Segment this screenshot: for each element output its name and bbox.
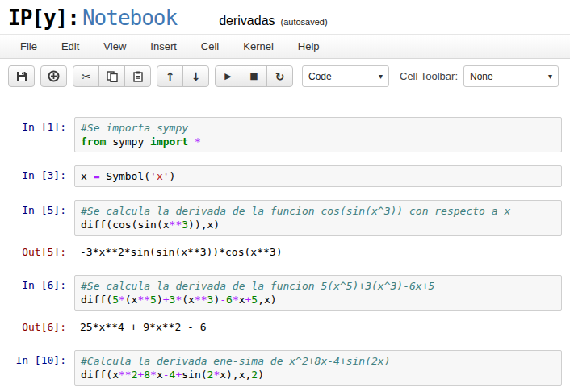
code-cell-input: In [6]:#Se calcula la derivada de la fun…	[0, 275, 565, 311]
restart-kernel-button[interactable]: ↻	[266, 65, 293, 87]
arrow-down-icon: ↓	[191, 71, 201, 82]
cut-cell-button[interactable]: ✂	[73, 65, 99, 87]
cell-toolbar-label: Cell Toolbar:	[400, 70, 458, 82]
notebook-header: IP[y]:Notebook derivadas (autosaved)	[0, 0, 570, 34]
code-editor[interactable]: #Se calcula la derivada de la funcion 5(…	[74, 275, 562, 311]
code-line: from sympy import *	[81, 135, 555, 148]
output-text: 25*x**4 + 9*x**2 - 6	[74, 317, 565, 337]
cell-toolbar-select[interactable]: None ▾	[463, 65, 559, 87]
code-cell-input: In [10]:#Calcula la derivada ene-sima de…	[0, 350, 565, 386]
output-prompt: Out[6]:	[0, 317, 74, 333]
plus-circle-icon	[48, 70, 60, 82]
chevron-down-icon: ▾	[548, 72, 552, 81]
code-line: -3*x**2*sin(sin(x**3))*cos(x**3)	[80, 245, 560, 259]
cell-toolbar-value: None	[470, 71, 493, 82]
logo-ip-text: IP[y]:	[8, 6, 79, 30]
code-editor[interactable]: #Se calcula la derivada de la funcion co…	[74, 200, 562, 236]
menu-view[interactable]: View	[91, 35, 138, 58]
toolbar: ✂ ↑ ↓ ▶ ■ ↻ Code ▾ Cell Toolbar: None	[0, 59, 570, 94]
refresh-icon: ↻	[275, 71, 285, 82]
code-line: diff(x**2+8*x-4+sin(2*x),x,2)	[81, 368, 555, 382]
input-prompt: In [6]:	[0, 275, 74, 291]
paste-cell-button[interactable]	[124, 65, 151, 87]
notebook-title[interactable]: derivadas	[219, 14, 275, 28]
menu-kernel[interactable]: Kernel	[231, 35, 286, 58]
code-line: #Se calcula la derivada de la funcion 5(…	[81, 279, 555, 293]
input-prompt: In [5]:	[0, 200, 74, 216]
code-line: diff(cos(sin(x**3)),x)	[81, 218, 555, 231]
code-cell-input: In [5]:#Se calcula la derivada de la fun…	[0, 200, 565, 236]
code-line: 25*x**4 + 9*x**2 - 6	[80, 320, 560, 334]
logo-notebook-text: Notebook	[82, 6, 177, 30]
menu-help[interactable]: Help	[286, 35, 332, 58]
notebook-cells: In [1]:#Se importa sympyfrom sympy impor…	[0, 94, 570, 392]
code-editor[interactable]: #Se importa sympyfrom sympy import *	[74, 117, 562, 152]
copy-icon	[107, 71, 118, 82]
floppy-icon	[16, 71, 27, 82]
ipython-logo[interactable]: IP[y]:Notebook	[8, 6, 177, 30]
cell-type-value: Code	[308, 71, 332, 82]
move-cell-up-button[interactable]: ↑	[157, 65, 183, 87]
interrupt-kernel-button[interactable]: ■	[241, 65, 267, 87]
menu-edit[interactable]: Edit	[49, 35, 91, 58]
code-cell-input: In [3]:x = Symbol('x')	[0, 165, 565, 187]
code-editor[interactable]: x = Symbol('x')	[74, 165, 562, 187]
input-prompt: In [1]:	[0, 117, 74, 133]
code-cell-output: Out[6]:25*x**4 + 9*x**2 - 6	[0, 317, 565, 337]
chevron-down-icon: ▾	[379, 72, 383, 81]
run-cell-button[interactable]: ▶	[215, 65, 241, 87]
input-prompt: In [10]:	[0, 350, 74, 366]
arrow-up-icon: ↑	[166, 71, 175, 82]
code-line: #Calcula la derivada ene-sima de x^2+8x-…	[81, 354, 555, 368]
menu-bar: File Edit View Insert Cell Kernel Help	[0, 34, 570, 59]
add-cell-button[interactable]	[40, 65, 67, 87]
code-editor[interactable]: #Calcula la derivada ene-sima de x^2+8x-…	[74, 350, 562, 386]
code-line: #Se importa sympy	[81, 121, 555, 135]
cell-type-select[interactable]: Code ▾	[302, 65, 389, 87]
code-line: x = Symbol('x')	[81, 169, 555, 183]
code-line: #Se calcula la derivada de la funcion co…	[81, 204, 555, 218]
autosave-status: (autosaved)	[281, 17, 328, 27]
clipboard-icon	[132, 71, 144, 82]
play-icon: ▶	[224, 72, 231, 81]
output-text: -3*x**2*sin(sin(x**3))*cos(x**3)	[74, 242, 565, 262]
menu-insert[interactable]: Insert	[138, 35, 189, 58]
save-button[interactable]	[8, 65, 35, 87]
code-line: diff(5*(x**5)+3*(x**3)-6*x+5,x)	[81, 293, 555, 307]
stop-icon: ■	[249, 72, 258, 81]
input-prompt: In [3]:	[0, 165, 74, 181]
code-cell-input: In [1]:#Se importa sympyfrom sympy impor…	[0, 117, 565, 152]
move-cell-down-button[interactable]: ↓	[182, 65, 209, 87]
menu-cell[interactable]: Cell	[189, 35, 231, 58]
output-prompt: Out[5]:	[0, 242, 74, 258]
copy-cell-button[interactable]	[98, 65, 125, 87]
code-cell-output: Out[5]:-3*x**2*sin(sin(x**3))*cos(x**3)	[0, 242, 565, 262]
scissors-icon: ✂	[82, 71, 91, 82]
menu-file[interactable]: File	[8, 35, 49, 58]
